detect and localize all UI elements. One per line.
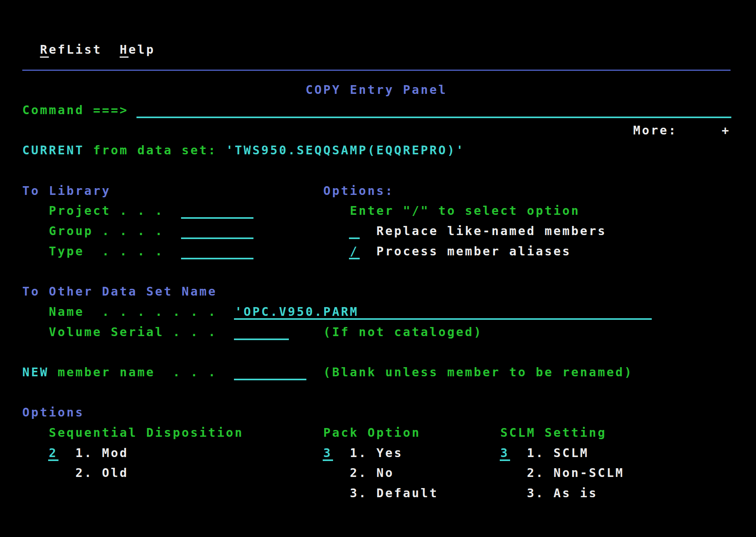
- command-label: Command ===>: [22, 101, 129, 119]
- pack-choice-3: 3. Default: [350, 484, 438, 502]
- pack-option-input-value: 3: [323, 444, 332, 462]
- replace-option-label: Replace like-named members: [376, 222, 607, 240]
- more-plus[interactable]: +: [722, 121, 731, 140]
- if-not-cataloged-note: (If not cataloged): [323, 323, 483, 341]
- pack-option-label: Pack Option: [323, 423, 421, 442]
- panel-title: COPY Entry Panel: [306, 80, 447, 99]
- menu-help[interactable]: Help: [120, 40, 155, 59]
- to-other-dataset-heading: To Other Data Set Name: [22, 282, 217, 301]
- aliases-option-label: Process member aliases: [376, 242, 571, 261]
- member-name-label: member name . . .: [58, 363, 217, 381]
- command-input[interactable]: [136, 101, 731, 118]
- pack-option-input[interactable]: 3: [323, 444, 333, 461]
- terminal-screen: RefListHelpCOPY Entry PanelCommand ===>M…: [0, 0, 756, 537]
- replace-members-input[interactable]: [349, 222, 359, 239]
- pack-choice-1: 1. Yes: [350, 444, 403, 462]
- more-indicator: More:: [633, 121, 677, 140]
- new-member-name-input[interactable]: [234, 363, 306, 380]
- pack-choice-2: 2. No: [350, 463, 394, 482]
- sclm-setting-label: SCLM Setting: [501, 423, 607, 442]
- dataset-name-input-value: 'OPC.V950.PARM: [235, 302, 359, 321]
- volume-serial-input[interactable]: [234, 323, 289, 340]
- sclm-choice-2: 2. Non-SCLM: [527, 463, 624, 482]
- sequential-disposition-input-value: 2: [49, 444, 58, 462]
- current-label: CURRENT: [22, 141, 84, 160]
- sequential-disposition-input[interactable]: 2: [48, 444, 58, 461]
- seq-disp-choice-2: 2. Old: [76, 463, 129, 482]
- sclm-setting-input-value: 3: [501, 444, 509, 462]
- sclm-choice-3: 3. As is: [527, 484, 598, 502]
- project-input[interactable]: [181, 201, 253, 219]
- group-label: Group . . . .: [49, 222, 164, 240]
- type-input[interactable]: [181, 242, 253, 259]
- menu-reflist-text: efList: [49, 43, 102, 56]
- volume-serial-label: Volume Serial . . .: [49, 323, 217, 341]
- new-label: NEW: [22, 363, 49, 381]
- menu-help-text: elp: [129, 43, 155, 56]
- menu-reflist-mnemonic: R: [40, 43, 49, 56]
- name-label: Name . . . . . . .: [49, 302, 217, 321]
- menu-divider: [22, 70, 731, 71]
- sclm-setting-input[interactable]: 3: [500, 444, 510, 461]
- process-aliases-input[interactable]: /: [349, 242, 359, 259]
- group-input[interactable]: [181, 222, 253, 239]
- sequential-disposition-label: Sequential Disposition: [49, 423, 244, 442]
- sclm-choice-1: 1. SCLM: [527, 444, 589, 462]
- to-library-heading: To Library: [22, 181, 111, 200]
- current-dataset-value: 'TWS950.SEQQSAMP(EQQREPRO)': [226, 141, 465, 160]
- process-aliases-input-value: /: [350, 242, 359, 261]
- menu-reflist[interactable]: RefList: [40, 40, 102, 59]
- from-dataset-label: from data set:: [93, 141, 217, 160]
- options-heading: Options:: [323, 181, 394, 200]
- seq-disp-choice-1: 1. Mod: [76, 444, 129, 462]
- dataset-name-input[interactable]: 'OPC.V950.PARM: [234, 302, 652, 320]
- project-label: Project . . .: [49, 201, 164, 220]
- options-section-heading: Options: [22, 403, 84, 422]
- type-label: Type . . . .: [49, 242, 164, 261]
- select-option-hint: Enter "/" to select option: [350, 201, 580, 220]
- rename-note: (Blank unless member to be renamed): [323, 363, 633, 381]
- menu-help-mnemonic: H: [120, 43, 129, 56]
